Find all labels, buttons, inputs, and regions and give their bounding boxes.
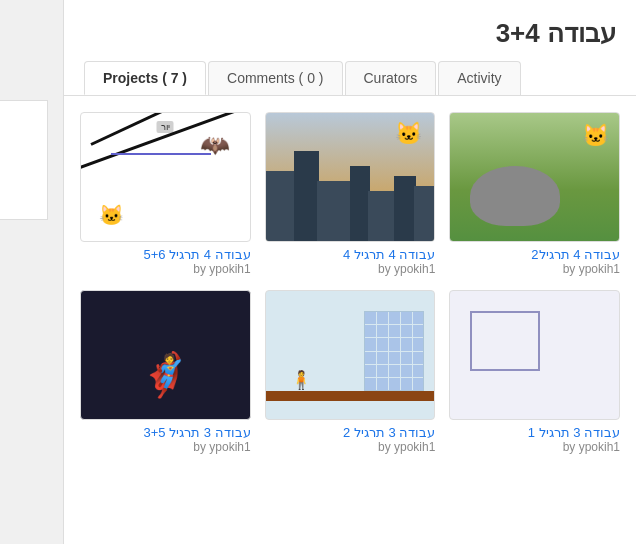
project-title-5[interactable]: עבודה 3 תרגיל 2: [265, 425, 436, 440]
page-title: עבודה 3+4: [84, 18, 616, 49]
project-card-4[interactable]: 🦸 עבודה 3 תרגיל 3+5 by ypokih1: [80, 290, 251, 454]
project-card-5[interactable]: 🧍 עבודה 3 תרגיל 2 by ypokih1: [265, 290, 436, 454]
project-author-1: by ypokih1: [80, 262, 251, 276]
project-thumb-3: 🐱: [449, 112, 620, 242]
project-title-2[interactable]: עבודה 4 תרגיל 4: [265, 247, 436, 262]
sidebar-strip: [0, 100, 48, 220]
project-thumb-6: [449, 290, 620, 420]
project-author-3: by ypokih1: [449, 262, 620, 276]
left-sidebar: [0, 0, 64, 544]
rock-shape: [470, 166, 560, 226]
thumb-label-1: יור: [157, 121, 174, 133]
runner-icon: 🦸: [139, 350, 191, 399]
page-header: עבודה 3+4 Projects ( 7 ) Comments ( 0 ) …: [64, 0, 636, 96]
scratch-cat-icon-3: 🐱: [582, 123, 609, 149]
project-thumb-2: 🐱: [265, 112, 436, 242]
platform-floor: [266, 391, 435, 401]
scratch-cat-icon-2: 🐱: [395, 121, 422, 147]
project-title-6[interactable]: עבודה 3 תרגיל 1: [449, 425, 620, 440]
city-buildings: [266, 161, 435, 241]
bat-laser: [111, 153, 211, 155]
project-card-3[interactable]: 🐱 עבודה 4 תרגיל2 by ypokih1: [449, 112, 620, 276]
player-character: 🧍: [290, 369, 312, 391]
tab-bar: Projects ( 7 ) Comments ( 0 ) Curators A…: [84, 61, 616, 95]
projects-grid: יור 🦇 🐱 עבודה 4 תרגיל 5+6 by ypokih1 🐱: [64, 96, 636, 470]
project-card-2[interactable]: 🐱 עבודה 4 תרגיל 4 by ypokih1: [265, 112, 436, 276]
project-thumb-1: יור 🦇 🐱: [80, 112, 251, 242]
tab-activity[interactable]: Activity: [438, 61, 520, 95]
project-title-1[interactable]: עבודה 4 תרגיל 5+6: [80, 247, 251, 262]
tab-curators[interactable]: Curators: [345, 61, 437, 95]
scratch-cat-icon-1: 🐱: [99, 203, 124, 227]
project-title-4[interactable]: עבודה 3 תרגיל 3+5: [80, 425, 251, 440]
project-author-4: by ypokih1: [80, 440, 251, 454]
project-thumb-4: 🦸: [80, 290, 251, 420]
project-thumb-5: 🧍: [265, 290, 436, 420]
grid-building: [364, 311, 424, 391]
project-author-2: by ypokih1: [265, 262, 436, 276]
geometry-shape: [470, 311, 540, 371]
tab-comments[interactable]: Comments ( 0 ): [208, 61, 342, 95]
project-card-1[interactable]: יור 🦇 🐱 עבודה 4 תרגיל 5+6 by ypokih1: [80, 112, 251, 276]
project-title-3[interactable]: עבודה 4 תרגיל2: [449, 247, 620, 262]
tab-projects[interactable]: Projects ( 7 ): [84, 61, 206, 95]
project-card-6[interactable]: עבודה 3 תרגיל 1 by ypokih1: [449, 290, 620, 454]
project-author-5: by ypokih1: [265, 440, 436, 454]
project-author-6: by ypokih1: [449, 440, 620, 454]
